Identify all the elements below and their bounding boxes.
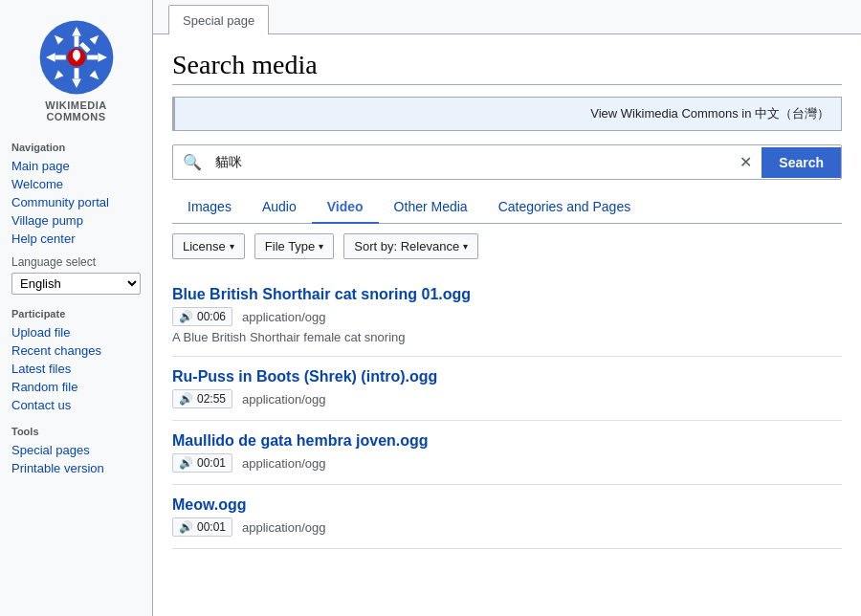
page-title: Search media — [172, 50, 842, 85]
tab-categories-and-pages[interactable]: Categories and Pages — [483, 191, 647, 224]
clear-search-icon[interactable]: ✕ — [730, 145, 762, 179]
results-list: Blue British Shorthair cat snoring 01.og… — [172, 275, 842, 549]
svg-rect-6 — [74, 68, 78, 78]
language-select[interactable]: English 中文 Español Français Deutsch — [11, 273, 141, 295]
mime-type: application/ogg — [242, 456, 325, 471]
tab-other-media[interactable]: Other Media — [379, 191, 483, 224]
sidebar-item-recent-changes[interactable]: Recent changes — [11, 341, 141, 360]
top-tab-bar: Special page — [153, 0, 861, 34]
special-page-tab[interactable]: Special page — [168, 5, 269, 34]
wikimedia-commons-logo — [38, 19, 115, 96]
sidebar-item-latest-files[interactable]: Latest files — [11, 360, 141, 378]
search-button[interactable]: Search — [762, 147, 841, 178]
sidebar-item-contact-us[interactable]: Contact us — [11, 396, 141, 414]
license-filter-chevron: ▾ — [230, 241, 234, 252]
sidebar-item-help-center[interactable]: Help center — [11, 230, 141, 248]
sort-filter[interactable]: Sort by: Relevance ▾ — [343, 233, 478, 259]
audio-badge: 🔊 00:01 — [172, 517, 232, 537]
speaker-icon: 🔊 — [179, 520, 193, 534]
duration: 00:01 — [197, 456, 226, 470]
svg-rect-2 — [74, 36, 78, 47]
result-meta: 🔊 00:01 application/ogg — [172, 517, 842, 537]
nav-section-title: Navigation — [11, 142, 141, 153]
mime-type: application/ogg — [242, 392, 325, 407]
tab-images[interactable]: Images — [172, 191, 247, 224]
file-type-filter-label: File Type — [265, 239, 316, 253]
sidebar-item-welcome[interactable]: Welcome — [11, 175, 141, 193]
duration: 02:55 — [197, 392, 226, 406]
logo-area: WIKIMEDIA COMMONS — [29, 10, 124, 138]
result-description: A Blue British Shorthair female cat snor… — [172, 330, 842, 344]
sidebar-item-special-pages[interactable]: Special pages — [11, 441, 141, 459]
content-area: Search media View Wikimedia Commons in 中… — [153, 34, 861, 616]
result-meta: 🔊 00:01 application/ogg — [172, 453, 842, 473]
result-title[interactable]: Blue British Shorthair cat snoring 01.og… — [172, 286, 471, 302]
result-title[interactable]: Maullido de gata hembra joven.ogg — [172, 432, 429, 449]
result-title[interactable]: Ru-Puss in Boots (Shrek) (intro).ogg — [172, 368, 437, 385]
result-item: Maullido de gata hembra joven.ogg 🔊 00:0… — [172, 421, 842, 485]
file-type-filter[interactable]: File Type ▾ — [254, 233, 335, 259]
wikimedia-banner: View Wikimedia Commons in 中文（台灣） — [172, 97, 842, 131]
search-icon: 🔍 — [173, 145, 211, 179]
language-select-label: Language select — [0, 255, 152, 273]
main-content: Special page Search media View Wikimedia… — [153, 0, 861, 616]
duration: 00:01 — [197, 520, 226, 534]
result-title[interactable]: Meow.ogg — [172, 496, 247, 513]
svg-rect-4 — [87, 55, 98, 60]
sidebar-item-printable-version[interactable]: Printable version — [11, 459, 141, 477]
result-meta: 🔊 00:06 application/ogg — [172, 307, 842, 326]
sidebar: WIKIMEDIA COMMONS Navigation Main page W… — [0, 0, 153, 616]
mime-type: application/ogg — [242, 520, 325, 535]
svg-rect-8 — [55, 55, 65, 60]
search-bar-container: 🔍 ✕ Search — [172, 144, 842, 180]
license-filter[interactable]: License ▾ — [172, 233, 245, 259]
logo-text: WIKIMEDIA COMMONS — [45, 99, 106, 122]
filters-row: License ▾ File Type ▾ Sort by: Relevance… — [172, 233, 842, 259]
result-item: Meow.ogg 🔊 00:01 application/ogg — [172, 485, 842, 549]
mime-type: application/ogg — [242, 310, 325, 324]
participate-section-title: Participate — [11, 308, 141, 319]
audio-badge: 🔊 00:06 — [172, 307, 232, 326]
result-item: Ru-Puss in Boots (Shrek) (intro).ogg 🔊 0… — [172, 357, 842, 421]
tab-audio[interactable]: Audio — [247, 191, 312, 224]
speaker-icon: 🔊 — [179, 456, 193, 470]
result-item: Blue British Shorthair cat snoring 01.og… — [172, 275, 842, 357]
sidebar-item-random-file[interactable]: Random file — [11, 378, 141, 396]
audio-badge: 🔊 02:55 — [172, 389, 232, 408]
file-type-filter-chevron: ▾ — [319, 241, 323, 252]
sidebar-item-village-pump[interactable]: Village pump — [11, 211, 141, 230]
nav-section: Navigation Main page Welcome Community p… — [0, 138, 152, 255]
result-meta: 🔊 02:55 application/ogg — [172, 389, 842, 408]
tools-section-title: Tools — [11, 426, 141, 437]
sidebar-item-main-page[interactable]: Main page — [11, 157, 141, 175]
banner-text: View Wikimedia Commons in 中文（台灣） — [590, 106, 829, 121]
tab-video[interactable]: Video — [312, 191, 379, 224]
participate-section: Participate Upload file Recent changes L… — [0, 304, 152, 422]
sidebar-item-upload-file[interactable]: Upload file — [11, 323, 141, 341]
search-input[interactable] — [211, 147, 730, 178]
license-filter-label: License — [183, 239, 226, 253]
sort-filter-chevron: ▾ — [463, 241, 468, 252]
tools-section: Tools Special pages Printable version — [0, 422, 152, 485]
duration: 00:06 — [197, 310, 226, 323]
sidebar-item-community-portal[interactable]: Community portal — [11, 193, 141, 211]
speaker-icon: 🔊 — [179, 310, 193, 323]
speaker-icon: 🔊 — [179, 392, 193, 406]
sort-filter-label: Sort by: Relevance — [354, 239, 459, 253]
audio-badge: 🔊 00:01 — [172, 453, 232, 473]
media-tabs: Images Audio Video Other Media Categorie… — [172, 191, 842, 224]
